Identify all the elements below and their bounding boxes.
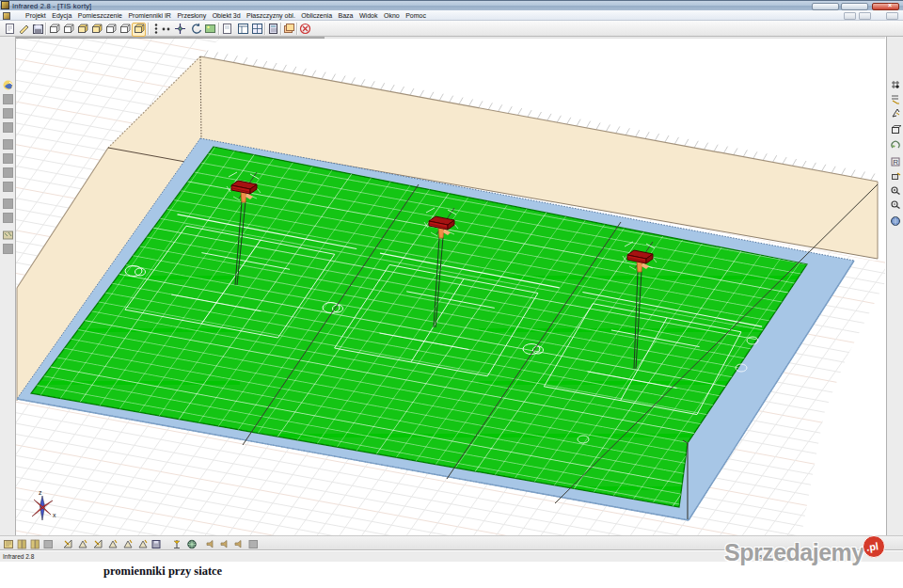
svg-text:x: x [53, 512, 56, 518]
svg-text:R: R [893, 158, 898, 167]
svg-text:z: z [39, 489, 42, 496]
